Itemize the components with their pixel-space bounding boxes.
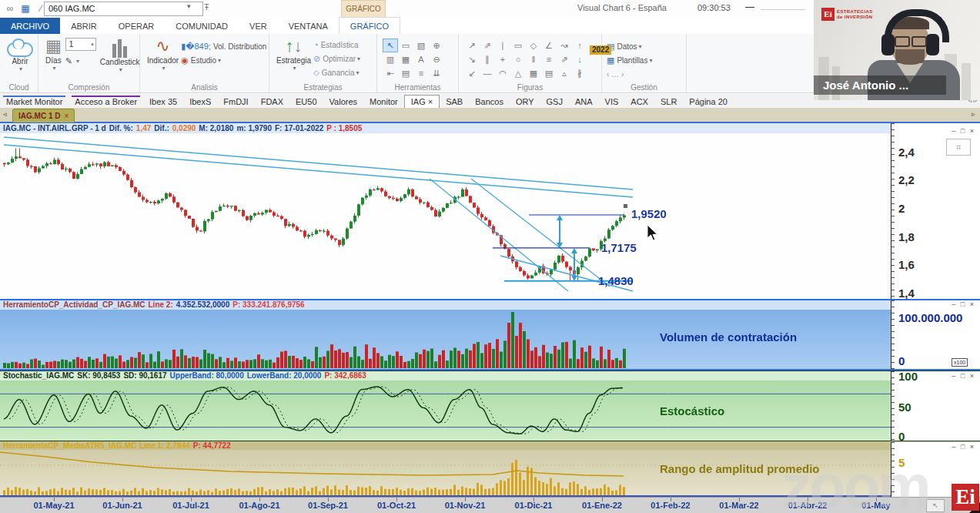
doc-tab-valores[interactable]: Valores <box>323 96 363 109</box>
compression-value-input[interactable]: 1▾ <box>65 38 96 51</box>
doc-tab-ibexs[interactable]: IbexS <box>183 96 217 109</box>
zoom-in-icon[interactable]: ⊕ <box>429 39 444 52</box>
optimizar-button[interactable]: ⊘Optimizar▾ <box>313 52 360 65</box>
angle-icon[interactable]: ∠ <box>541 39 557 52</box>
trendline-icon[interactable]: ↗ <box>464 39 480 52</box>
indicador-button[interactable]: ∿ Indicador▾ <box>147 36 179 72</box>
doc-tab-gsj[interactable]: GSJ <box>540 96 569 109</box>
corner-button[interactable]: ↖ <box>926 499 945 512</box>
axis-settings-button[interactable]: ⌗ <box>946 139 971 156</box>
calendar-icon[interactable]: ▥ <box>383 52 398 66</box>
text-icon[interactable]: A <box>413 52 429 66</box>
doc-tab-slr[interactable]: SLR <box>654 96 683 109</box>
doc-tab-iag-[interactable]: IAG × <box>404 95 440 109</box>
zoom-out-icon[interactable]: ⊖ <box>429 52 444 66</box>
stochastic-canvas[interactable] <box>0 380 891 440</box>
extended-line-icon[interactable]: ⇗ <box>480 39 495 52</box>
doc-tab-acceso-a-broker[interactable]: Acceso a Broker <box>69 96 143 109</box>
grid2-icon[interactable]: ▦ <box>526 66 541 80</box>
fib-icon[interactable]: ≡ <box>541 52 557 66</box>
menu-item-ver[interactable]: VER <box>239 18 278 35</box>
subtab-left-arrow[interactable]: ◃ <box>3 110 7 118</box>
doc-tab-vis[interactable]: VIS <box>599 96 625 109</box>
chart-window-icon[interactable]: ▭ <box>398 39 413 52</box>
doc-tab-sab[interactable]: SAB <box>440 96 469 109</box>
datos-button[interactable]: ▤Datos▾ <box>607 39 681 53</box>
subtab-right-arrow[interactable]: ▹ <box>972 110 975 118</box>
menu-item-ventana[interactable]: VENTANA <box>278 18 339 35</box>
vertical-line-icon[interactable]: ∣ <box>495 39 510 52</box>
combo-dropdown-icon[interactable]: ▾ <box>187 2 191 10</box>
pencil-button[interactable]: ✎▾ <box>65 54 96 68</box>
dash-line-icon[interactable]: — <box>480 66 495 80</box>
menu-item-operar[interactable]: OPERAR <box>108 18 165 35</box>
plantillas-button[interactable]: ▦Plantillas▾ <box>607 53 681 67</box>
doc-tab-market-monitor[interactable]: Market Monitor <box>0 96 69 109</box>
menu-item-comunidad[interactable]: COMUNIDAD <box>165 18 239 35</box>
doc-tab-ory[interactable]: ORY <box>510 96 540 109</box>
channel-icon[interactable]: ⇗ <box>557 52 572 66</box>
fan-icon[interactable]: ▤ <box>541 66 557 80</box>
grid-icon[interactable]: ▦ <box>398 52 413 66</box>
menu-item-archivo[interactable]: ARCHIVO <box>0 18 60 35</box>
doc-tab-bancos[interactable]: Bancos <box>469 96 510 109</box>
gestion-nav[interactable]: ‹ … › <box>607 67 681 81</box>
doc-tab-ana[interactable]: ANA <box>569 96 599 109</box>
scale-tick-label: 0 <box>898 354 905 367</box>
symbol-combo-input[interactable]: 060 IAG.MC <box>44 2 203 16</box>
doc-tab-p-gina-20[interactable]: Página 20 <box>683 96 734 109</box>
dias-button[interactable]: ▦ Días▾ <box>45 36 62 73</box>
list-icon[interactable]: ▤ <box>398 66 413 80</box>
trend-steep-icon[interactable]: ↘ <box>464 52 480 66</box>
arrow-up-icon[interactable]: ↑ <box>572 39 587 52</box>
wave-icon[interactable]: ↝ <box>557 39 572 52</box>
menu-item-abrir[interactable]: ABRIR <box>60 18 108 35</box>
pitchfork-icon[interactable]: ▵ <box>557 66 572 80</box>
ganancia-button[interactable]: ⬦Ganancia▾ <box>313 65 360 79</box>
rectangle-icon[interactable]: ▭ <box>510 39 526 52</box>
minimize-icon[interactable]: — <box>745 2 754 12</box>
collapse-icon[interactable]: ⇊ <box>429 66 444 80</box>
circle-icon[interactable]: ○ <box>510 52 526 66</box>
arrow-down-icon[interactable]: ↓ <box>572 52 587 66</box>
doc-tab-acx[interactable]: ACX <box>624 96 654 109</box>
volume-window-controls[interactable]: – □ × <box>952 300 975 308</box>
abrir-button[interactable]: Abrir▾ <box>7 36 33 72</box>
estrategia-button[interactable]: ↑↓ Estrategia▾ <box>276 36 311 79</box>
arc-icon[interactable]: ◠ <box>495 66 510 80</box>
doc-tab-fdax[interactable]: FDAX <box>255 96 289 109</box>
price-chart-canvas[interactable] <box>0 133 891 299</box>
menu-item-gráfico[interactable]: GRÁFICO <box>339 17 400 35</box>
trend-low-icon[interactable]: ↙ <box>464 66 480 80</box>
doc-tab-ibex-35[interactable]: Ibex 35 <box>143 96 183 109</box>
vol-distribution-button[interactable]: ▮�849;Vol. Distribution <box>181 39 266 53</box>
filter-icon[interactable]: Ŧ <box>204 2 209 12</box>
lines-icon[interactable]: ≡ <box>413 66 429 80</box>
link-icon[interactable]: ∞ <box>3 2 17 15</box>
estadística-button[interactable]: ◔Estadística <box>313 38 360 52</box>
rhombus-icon[interactable]: ◇ <box>526 39 541 52</box>
cursor-line-icon[interactable]: ⇤ <box>383 66 398 80</box>
webcam-overlay[interactable]: Ei ESTRATEGIASde INVERSIÓN José Antonio … <box>814 0 980 100</box>
time-axis[interactable]: 01-May-2101-Jun-2101-Jul-2101-Ago-2101-S… <box>0 497 980 513</box>
doc-tab-eu50[interactable]: EU50 <box>289 96 323 109</box>
header-segment: Stochastic_IAG.MC <box>3 371 74 380</box>
workspace-icon[interactable]: ▦ <box>18 2 32 15</box>
atr-window-controls[interactable]: – □ × <box>952 443 975 451</box>
doc-tab-monitor[interactable]: Monitor <box>363 96 404 109</box>
close-icon[interactable]: × <box>64 112 69 120</box>
parallel-icon[interactable]: ∥ <box>480 52 495 66</box>
stochastic-window-controls[interactable]: – □ × <box>952 372 975 380</box>
tab-iagmc-1d[interactable]: IAG.MC 1 D× <box>12 109 75 122</box>
triangle-icon[interactable]: △ <box>510 66 526 80</box>
doc-tab-fmdji[interactable]: FmDJI <box>217 96 254 109</box>
context-tab-grafico[interactable]: GRÁFICO <box>341 0 386 17</box>
estudio-button[interactable]: ◉Estudio▾ <box>181 53 266 67</box>
pointer-icon[interactable]: ↖ <box>383 39 398 52</box>
price-window-controls[interactable]: – □ × <box>952 127 975 135</box>
bars-icon[interactable]: ‖ <box>526 52 541 66</box>
candlestick-button[interactable]: Candlestick▾ <box>100 36 140 73</box>
hatch-icon[interactable]: ∦ <box>572 66 587 80</box>
cross-icon[interactable]: + <box>495 52 510 66</box>
frame-icon[interactable]: ▧ <box>413 39 429 52</box>
